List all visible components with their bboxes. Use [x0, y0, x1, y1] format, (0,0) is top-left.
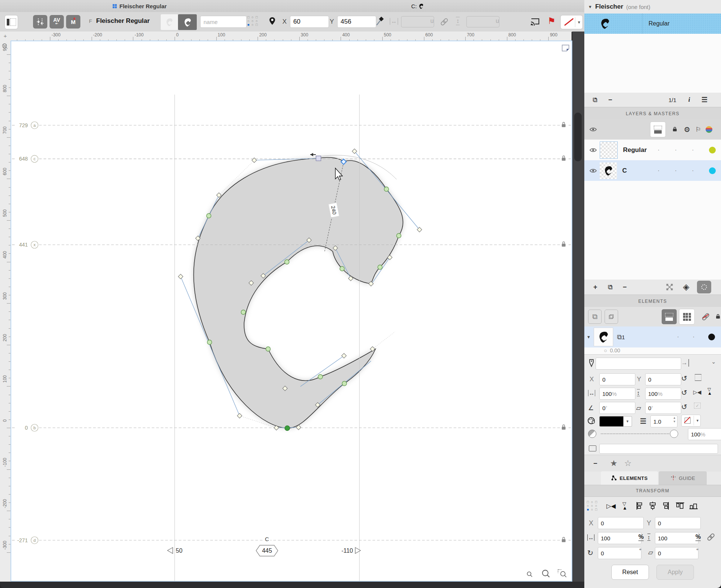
layer-row-c[interactable]: C ··· [584, 160, 721, 181]
rsb-value[interactable]: -110 [341, 547, 353, 554]
stroke-stepper[interactable]: ▲▼ [673, 416, 676, 424]
prop-x-input[interactable]: 0 [599, 373, 635, 385]
kerning-tool-button[interactable]: AV ↞ [50, 15, 64, 29]
remove-layer-icon[interactable]: − [608, 96, 612, 104]
prop-reset-position-icon[interactable]: ↺ [681, 374, 687, 383]
prop-reset-angle-icon[interactable]: ↺ [681, 403, 687, 411]
reference-point-grid[interactable]: □○□ ○○○ ■○□ [246, 15, 259, 27]
element-name-input[interactable] [596, 358, 681, 370]
corner-style-button[interactable]: ▼ [681, 415, 701, 427]
align-top-icon[interactable] [675, 501, 685, 510]
free-transform-icon[interactable]: ✓ [694, 403, 701, 409]
transform-flip-v-icon[interactable]: ▽▲ [623, 502, 627, 510]
layer-thumbnail[interactable] [600, 141, 618, 159]
duplicate-element-icon[interactable]: ⧉+ [608, 283, 612, 291]
layer-info-icon[interactable]: i [688, 96, 690, 104]
import-icon[interactable]: → [681, 359, 689, 367]
ruler-left[interactable]: 9008007006005004003002001000-100-200-300 [0, 41, 11, 582]
font-name-label[interactable]: Fleischer Regular [96, 17, 150, 25]
layer-menu-icon[interactable]: ☰ [701, 96, 707, 104]
transform-flip-h-icon[interactable]: ▷◀ [606, 502, 616, 510]
tab-elements[interactable]: ELEMENTS [601, 471, 658, 485]
prop-angle-input[interactable]: 0° [599, 402, 635, 414]
node-smooth-green[interactable] [266, 347, 270, 351]
lock-column-icon[interactable] [673, 126, 678, 132]
glyph-cell-current[interactable] [178, 14, 197, 30]
guide-lock-icon[interactable] [562, 244, 566, 247]
eye-icon[interactable] [590, 168, 597, 173]
screen-cast-icon[interactable] [530, 17, 540, 26]
order-back-button[interactable]: ⧉ [588, 310, 602, 324]
layer-name[interactable]: Regular [623, 146, 647, 154]
node-smooth-green[interactable] [397, 233, 401, 238]
width-input[interactable] [401, 16, 434, 27]
sidebar-toggle-button[interactable] [5, 15, 18, 29]
color-column-icon[interactable] [706, 126, 712, 133]
transform-slant-input[interactable]: 0 [655, 547, 698, 559]
prop-reset-size-icon[interactable]: ↺ [681, 388, 687, 397]
transform-height-pct[interactable]: % [695, 534, 701, 541]
transform-rotate-input[interactable]: 0 [598, 547, 641, 559]
glyph-outline[interactable] [194, 158, 403, 428]
node-start-green-filled[interactable] [285, 426, 290, 431]
corner-style-dropdown[interactable]: ▼ [694, 416, 699, 426]
flip-vertical-icon[interactable]: ▽▲ [707, 388, 712, 395]
prop-y-input[interactable]: 0 [645, 373, 681, 385]
prop-height-input[interactable]: 100% [645, 388, 681, 400]
layer-view-button[interactable] [650, 122, 666, 137]
layer-row-regular[interactable]: Regular ··· [584, 140, 721, 160]
element-row[interactable]: ▼ ⧉ 1 ·· [584, 326, 721, 347]
apply-button[interactable]: Apply [656, 565, 694, 580]
element-list-view-button[interactable] [662, 309, 677, 324]
note-icon[interactable] [562, 45, 569, 51]
transform-x-input[interactable]: 0 [598, 517, 644, 529]
font-master-row[interactable]: Regular [584, 14, 721, 34]
map-pin-icon[interactable] [269, 17, 276, 26]
flip-horizontal-icon[interactable]: ▷◀ [693, 389, 701, 395]
stack-icon[interactable]: ◈ [683, 282, 689, 292]
element-row-dots[interactable]: ·· [677, 333, 708, 341]
scrollbar-thumb[interactable] [574, 113, 582, 161]
layer-row-dots[interactable]: ··· [658, 167, 709, 174]
element-thumbnail[interactable] [594, 328, 613, 346]
lsb-arrow[interactable] [167, 547, 173, 553]
add-element-icon[interactable]: + [593, 283, 597, 291]
guide-lock-icon[interactable] [562, 124, 566, 127]
lsb-value[interactable]: 50 [176, 547, 183, 554]
node-smooth-green[interactable] [340, 266, 344, 271]
layer-thumbnail[interactable] [600, 162, 617, 179]
x-coord-input[interactable]: 60 [290, 16, 329, 28]
flag-icon[interactable]: ⚑ [548, 16, 556, 26]
node-handle-diamond[interactable] [342, 353, 347, 358]
align-bottom-icon[interactable] [689, 501, 698, 510]
star-filled-icon[interactable]: ★ [610, 459, 618, 468]
node-smooth-green[interactable] [378, 265, 382, 269]
disclosure-triangle-icon[interactable]: ▼ [588, 5, 592, 9]
rsb-arrow[interactable] [355, 547, 360, 553]
opacity-slider-knob[interactable] [670, 430, 678, 438]
layer-name[interactable]: C [622, 167, 627, 174]
node-handle-diamond[interactable] [178, 274, 183, 279]
transform-reference-grid[interactable]: □○□ ○○○ ■○□ [586, 500, 598, 511]
height-input[interactable] [466, 16, 499, 27]
zoom-icon[interactable] [543, 570, 548, 576]
remove-element-icon[interactable]: − [623, 283, 627, 291]
guide-lock-icon[interactable] [562, 427, 566, 430]
glyph-cell-previous[interactable] [161, 14, 178, 30]
transform-width-pct[interactable]: % [638, 534, 644, 541]
align-left-icon[interactable] [635, 501, 644, 510]
transform-link-icon[interactable] [707, 533, 715, 541]
transform-width-input[interactable]: 100 [598, 532, 641, 544]
node-smooth-green[interactable] [318, 374, 323, 379]
metrics-tool-button[interactable]: M▲ [66, 15, 80, 29]
pencil-tool-button[interactable]: ▼ [560, 15, 583, 29]
layer-color-badge[interactable] [709, 147, 716, 153]
prop-skew-input[interactable]: 0° [645, 402, 681, 414]
align-element-icon[interactable] [695, 374, 701, 381]
unlink-nodes-icon[interactable] [666, 283, 673, 291]
broken-link-icon[interactable] [701, 313, 710, 321]
opacity-slider-track[interactable] [601, 433, 674, 434]
guide-lock-icon[interactable] [562, 158, 566, 161]
advance-width-value[interactable]: 445 [262, 547, 272, 554]
remove-favorite-icon[interactable]: − [593, 460, 597, 468]
